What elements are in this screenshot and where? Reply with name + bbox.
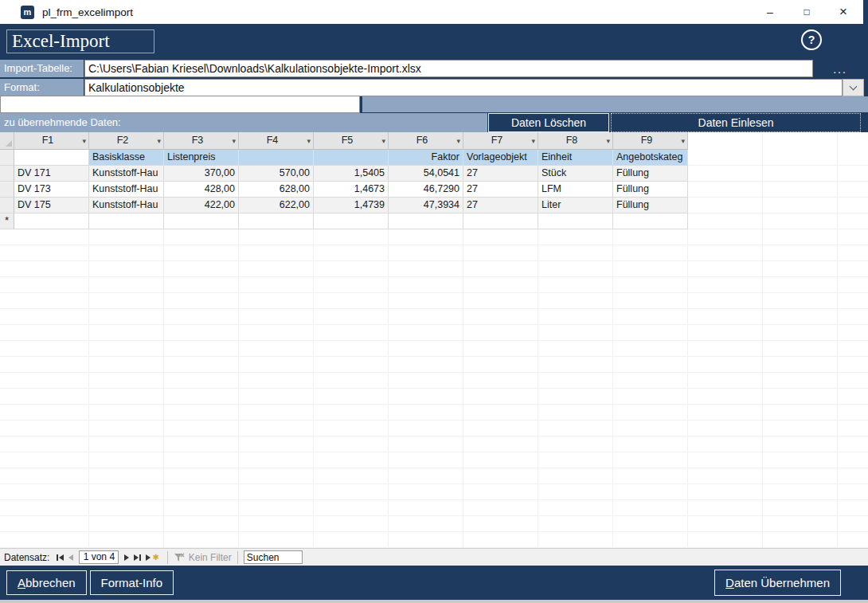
column-header-f6[interactable]: F6▾ — [389, 132, 463, 150]
column-dropdown-icon[interactable]: ▾ — [681, 132, 685, 150]
datasheet-cell[interactable] — [239, 213, 314, 229]
datasheet-cell[interactable]: Vorlageobjekt — [463, 150, 538, 166]
filter-status-button[interactable]: Kein Filter — [174, 552, 232, 563]
datasheet-cell[interactable] — [14, 150, 89, 166]
datasheet-cell[interactable]: Füllung — [613, 198, 688, 213]
datasheet-cell[interactable]: Kunststoff-Hau — [89, 198, 164, 213]
datasheet-cell[interactable] — [14, 213, 89, 229]
bottom-edge — [0, 600, 868, 603]
first-record-button[interactable] — [54, 550, 66, 565]
datasheet-cell[interactable] — [463, 213, 538, 229]
new-record-button[interactable]: ✱ — [143, 550, 161, 565]
next-record-button[interactable] — [122, 550, 131, 565]
datasheet-cell[interactable]: 27 — [463, 166, 538, 182]
datasheet-cell[interactable]: Angebotskateg — [613, 150, 688, 166]
datasheet-cell[interactable]: 27 — [463, 198, 538, 213]
datasheet-cell[interactable]: 570,00 — [239, 166, 314, 182]
record-selector[interactable] — [0, 150, 14, 166]
datasheet-cell[interactable] — [314, 150, 389, 166]
datasheet-cell[interactable]: Liter — [538, 198, 613, 213]
record-selector[interactable] — [0, 182, 14, 198]
column-header-f5[interactable]: F5▾ — [314, 132, 389, 150]
maximize-icon: □ — [803, 6, 809, 18]
datasheet-cell[interactable]: Listenpreis — [164, 150, 239, 166]
column-header-f8[interactable]: F8▾ — [538, 132, 613, 150]
column-header-f4[interactable]: F4▾ — [239, 132, 314, 150]
datasheet-cell[interactable] — [314, 213, 389, 229]
column-dropdown-icon[interactable]: ▾ — [531, 132, 535, 150]
select-all-corner[interactable] — [0, 132, 14, 150]
datasheet-cell[interactable] — [164, 213, 239, 229]
column-header-f2[interactable]: F2▾ — [89, 132, 164, 150]
extra-field[interactable] — [0, 96, 360, 113]
browse-button[interactable]: ... — [814, 60, 866, 78]
minimize-button[interactable]: – — [752, 0, 788, 24]
datasheet-cell[interactable]: DV 173 — [14, 182, 89, 198]
column-dropdown-icon[interactable]: ▾ — [381, 132, 385, 150]
datasheet-cell[interactable]: LFM — [538, 182, 613, 198]
column-dropdown-icon[interactable]: ▾ — [606, 132, 610, 150]
read-data-button[interactable]: Daten Einlesen — [611, 113, 861, 132]
datasheet-cell[interactable]: 47,3934 — [389, 198, 463, 213]
import-table-path-field[interactable]: C:\Users\Fabian Kriesel\Downloads\Kalkul… — [84, 60, 813, 77]
close-button[interactable]: × — [825, 0, 862, 24]
datasheet-cell[interactable]: 1,4673 — [314, 182, 389, 198]
datasheet-cell[interactable]: 1,4739 — [314, 198, 389, 213]
previous-record-icon — [68, 554, 73, 561]
cancel-button[interactable]: Abbrechen — [6, 570, 87, 595]
maximize-button[interactable]: □ — [788, 0, 825, 24]
apply-data-button[interactable]: Daten Übernehmen — [714, 570, 841, 596]
column-header-f7[interactable]: F7▾ — [463, 132, 538, 150]
datasheet-cell[interactable]: 54,0541 — [389, 166, 463, 182]
format-label: Format: — [0, 79, 84, 96]
previous-record-button[interactable] — [66, 550, 76, 565]
datasheet-cell[interactable]: Füllung — [613, 166, 688, 182]
first-record-icon — [57, 554, 58, 561]
datasheet-rows: BasisklasseListenpreisFaktorVorlageobjek… — [0, 150, 688, 229]
datasheet-cell[interactable]: DV 175 — [14, 198, 89, 213]
datasheet-cell[interactable]: 27 — [463, 182, 538, 198]
datasheet-cell[interactable]: Einheit — [538, 150, 613, 166]
format-dropdown-button[interactable] — [843, 79, 864, 96]
datasheet-cell[interactable]: 1,5405 — [314, 166, 389, 182]
search-input[interactable] — [244, 550, 303, 564]
datasheet-cell[interactable]: 628,00 — [239, 182, 314, 198]
column-header-f9[interactable]: F9▾ — [613, 132, 688, 150]
datasheet-cell[interactable] — [538, 213, 613, 229]
datasheet-cell[interactable]: 422,00 — [164, 198, 239, 213]
delete-data-button[interactable]: Daten Löschen — [488, 113, 609, 132]
datasheet-cell[interactable] — [613, 213, 688, 229]
datasheet-cell[interactable]: 370,00 — [164, 166, 239, 182]
datasheet-cell[interactable]: Basisklasse — [89, 150, 164, 166]
table-row: DV 173Kunststoff-Hau428,00628,001,467346… — [0, 182, 688, 198]
column-header-f3[interactable]: F3▾ — [164, 132, 239, 150]
datasheet-cell[interactable] — [89, 213, 164, 229]
datasheet-cell[interactable]: DV 171 — [14, 166, 89, 182]
column-dropdown-icon[interactable]: ▾ — [456, 132, 460, 150]
datasheet-cell[interactable]: Kunststoff-Hau — [89, 182, 164, 198]
datasheet-cell[interactable]: 46,7290 — [389, 182, 463, 198]
datasheet-cell[interactable] — [239, 150, 314, 166]
format-info-button[interactable]: Format-Info — [90, 570, 174, 595]
help-button[interactable]: ? — [801, 29, 822, 50]
title-bar: m pl_frm_excelimport – □ × — [0, 0, 868, 24]
format-combobox[interactable]: Kalkulationsobjekte — [84, 79, 843, 96]
record-position[interactable]: 1 von 4 — [79, 550, 119, 564]
datasheet-cell[interactable]: Stück — [538, 166, 613, 182]
record-selector[interactable] — [0, 166, 14, 182]
column-dropdown-icon[interactable]: ▾ — [307, 132, 311, 150]
datasheet-cell[interactable]: 428,00 — [164, 182, 239, 198]
datasheet-cell[interactable]: Faktor — [389, 150, 463, 166]
column-dropdown-icon[interactable]: ▾ — [232, 132, 236, 150]
datasheet-cell[interactable]: Kunststoff-Hau — [89, 166, 164, 182]
column-header-f1[interactable]: F1▾ — [14, 132, 89, 150]
new-record-selector[interactable]: * — [0, 213, 14, 229]
column-dropdown-icon[interactable]: ▾ — [157, 132, 161, 150]
column-dropdown-icon[interactable]: ▾ — [82, 132, 86, 150]
new-record-star-icon: ✱ — [152, 553, 158, 562]
record-selector[interactable] — [0, 198, 14, 213]
datasheet-cell[interactable]: Füllung — [613, 182, 688, 198]
datasheet-cell[interactable]: 622,00 — [239, 198, 314, 213]
datasheet-cell[interactable] — [389, 213, 463, 229]
last-record-button[interactable] — [131, 550, 143, 565]
